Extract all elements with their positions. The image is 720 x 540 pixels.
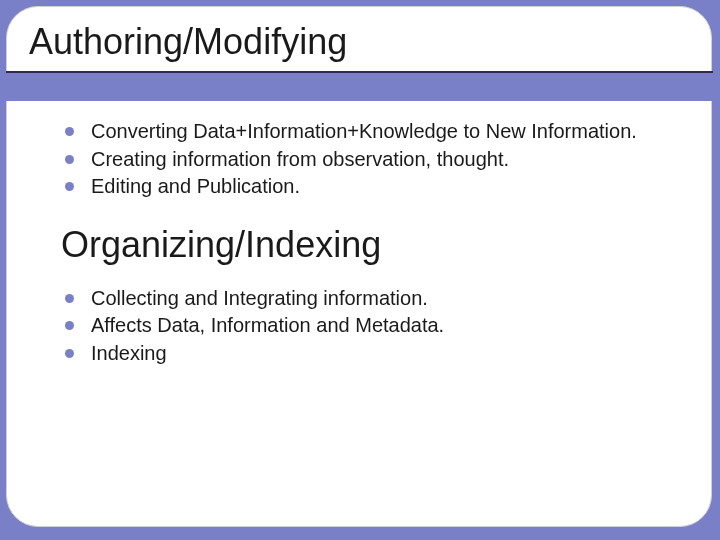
header-area: Authoring/Modifying bbox=[7, 7, 711, 63]
list-item: Affects Data, Information and Metadata. bbox=[65, 313, 667, 339]
list-item: Indexing bbox=[65, 341, 667, 367]
bullet-list-2: Collecting and Integrating information. … bbox=[65, 286, 667, 367]
slide-subtitle: Organizing/Indexing bbox=[61, 224, 667, 266]
list-item: Converting Data+Information+Knowledge to… bbox=[65, 119, 667, 145]
list-item: Editing and Publication. bbox=[65, 174, 667, 200]
accent-band bbox=[6, 71, 713, 101]
list-item: Collecting and Integrating information. bbox=[65, 286, 667, 312]
list-item: Creating information from observation, t… bbox=[65, 147, 667, 173]
slide-card: Authoring/Modifying Converting Data+Info… bbox=[6, 6, 712, 527]
slide-content: Converting Data+Information+Knowledge to… bbox=[7, 101, 711, 367]
slide-title: Authoring/Modifying bbox=[29, 21, 711, 63]
bullet-list-1: Converting Data+Information+Knowledge to… bbox=[65, 119, 667, 200]
